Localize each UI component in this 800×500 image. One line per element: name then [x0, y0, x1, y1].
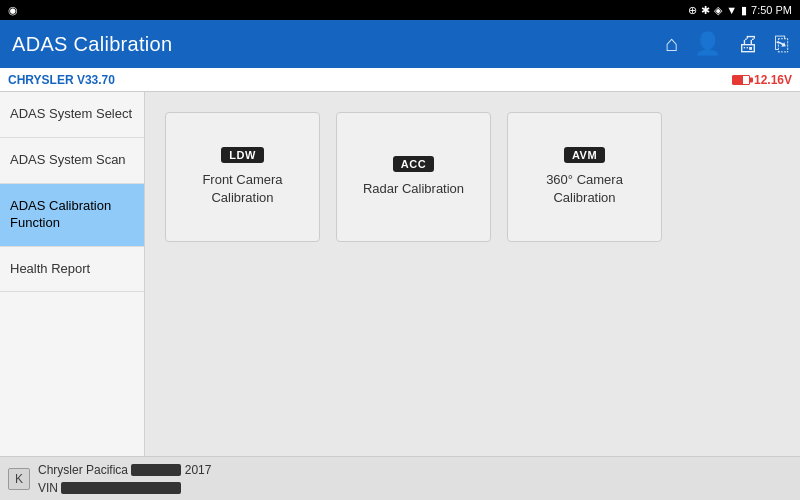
- sidebar-item-adas-system-scan[interactable]: ADAS System Scan: [0, 138, 144, 184]
- battery-info: 12.16V: [732, 73, 792, 87]
- header-icon-group: ⌂ 👤 🖨 ⎘: [665, 31, 788, 57]
- print-icon[interactable]: 🖨: [737, 31, 759, 57]
- sidebar-item-adas-calibration-function[interactable]: ADAS Calibration Function: [0, 184, 144, 247]
- sidebar-item-health-report[interactable]: Health Report: [0, 247, 144, 293]
- year-redacted: [131, 464, 181, 476]
- wifi-icon: ▼: [726, 4, 737, 16]
- cards-row: LDW Front CameraCalibration ACC Radar Ca…: [165, 112, 780, 242]
- battery-icon: ▮: [741, 4, 747, 17]
- card-label-radar: Radar Calibration: [363, 180, 464, 198]
- sub-header: CHRYSLER V33.70 12.16V: [0, 68, 800, 92]
- card-front-camera[interactable]: LDW Front CameraCalibration: [165, 112, 320, 242]
- app-header: ADAS Calibration ⌂ 👤 🖨 ⎘: [0, 20, 800, 68]
- voltage-display: 12.16V: [754, 73, 792, 87]
- card-label-360-camera: 360° CameraCalibration: [546, 171, 623, 207]
- vin-label: VIN: [38, 481, 58, 495]
- badge-ldw: LDW: [221, 147, 264, 163]
- battery-body-icon: [732, 75, 750, 85]
- vin-redacted: [61, 482, 181, 494]
- card-360-camera[interactable]: AVM 360° CameraCalibration: [507, 112, 662, 242]
- badge-avm: AVM: [564, 147, 605, 163]
- vehicle-version: CHRYSLER V33.70: [8, 73, 115, 87]
- bottom-info-bar: K Chrysler Pacifica 2017 VIN: [0, 456, 800, 500]
- app-title: ADAS Calibration: [12, 33, 172, 56]
- status-bar-right: ⊕ ✱ ◈ ▼ ▮ 7:50 PM: [688, 4, 792, 17]
- status-icon: ◉: [8, 4, 18, 17]
- vehicle-name-row: Chrysler Pacifica 2017: [38, 461, 211, 479]
- signal-icon: ◈: [714, 4, 722, 17]
- status-bar-left: ◉: [8, 4, 18, 17]
- badge-acc: ACC: [393, 156, 434, 172]
- user-icon[interactable]: 👤: [694, 31, 721, 57]
- vin-row: VIN: [38, 479, 211, 497]
- vehicle-name: Chrysler Pacifica: [38, 463, 128, 477]
- export-icon[interactable]: ⎘: [775, 31, 788, 57]
- vehicle-year: 2017: [185, 463, 212, 477]
- content-area: LDW Front CameraCalibration ACC Radar Ca…: [145, 92, 800, 456]
- home-icon[interactable]: ⌂: [665, 31, 678, 57]
- status-bar: ◉ ⊕ ✱ ◈ ▼ ▮ 7:50 PM: [0, 0, 800, 20]
- bluetooth-icon: ✱: [701, 4, 710, 17]
- battery-fill: [733, 76, 743, 84]
- sidebar: ADAS System Select ADAS System Scan ADAS…: [0, 92, 145, 456]
- expand-button[interactable]: K: [8, 468, 30, 490]
- main-layout: ADAS System Select ADAS System Scan ADAS…: [0, 92, 800, 456]
- vehicle-info: Chrysler Pacifica 2017 VIN: [38, 461, 211, 497]
- card-radar[interactable]: ACC Radar Calibration: [336, 112, 491, 242]
- gps-icon: ⊕: [688, 4, 697, 17]
- time-display: 7:50 PM: [751, 4, 792, 16]
- card-label-front-camera: Front CameraCalibration: [202, 171, 282, 207]
- sidebar-item-adas-system-select[interactable]: ADAS System Select: [0, 92, 144, 138]
